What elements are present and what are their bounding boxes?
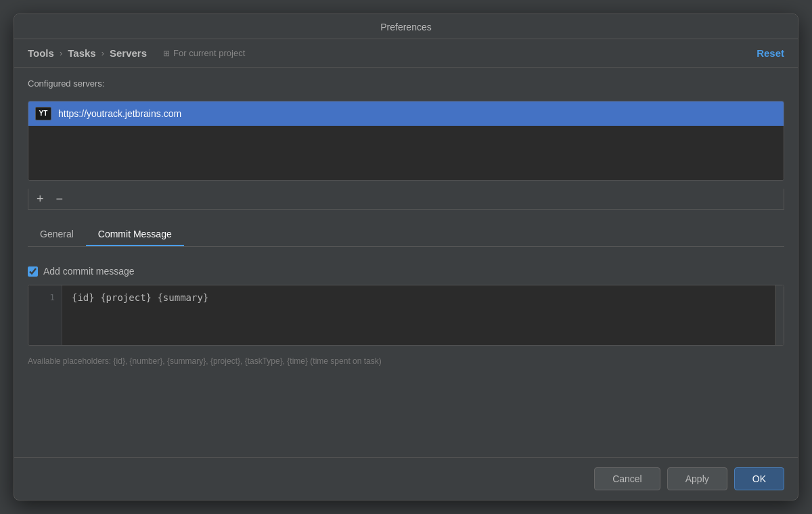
editor-scrollbar[interactable]	[775, 285, 784, 345]
project-icon: ⊞	[163, 49, 170, 58]
tab-commit-message[interactable]: Commit Message	[86, 223, 184, 246]
configured-servers-label: Configured servers:	[28, 78, 784, 89]
yt-badge: YT	[35, 107, 51, 120]
project-scope: ⊞ For current project	[163, 48, 245, 58]
breadcrumb-tasks[interactable]: Tasks	[68, 47, 95, 59]
dialog-footer: Cancel Apply OK	[14, 457, 798, 500]
preferences-dialog: Preferences Tools › Tasks › Servers ⊞ Fo…	[14, 14, 798, 500]
commit-message-editor[interactable]: 1 {id} {project} {summary}	[28, 285, 784, 346]
server-list: YT https://youtrack.jetbrains.com	[28, 101, 784, 181]
cancel-button[interactable]: Cancel	[594, 467, 660, 490]
server-list-empty-area	[28, 126, 784, 180]
add-commit-message-checkbox[interactable]	[28, 266, 38, 277]
tab-general[interactable]: General	[28, 223, 86, 246]
placeholders-hint: Available placeholders: {id}, {number}, …	[28, 356, 784, 366]
tab-content-commit-message: Add commit message 1 {id} {project} {sum…	[28, 255, 784, 371]
server-url: https://youtrack.jetbrains.com	[58, 108, 181, 119]
add-server-button[interactable]: +	[35, 193, 45, 205]
line-number-1: 1	[35, 292, 55, 302]
breadcrumb-sep-2: ›	[102, 48, 104, 58]
breadcrumb-sep-1: ›	[60, 48, 62, 58]
title-bar: Preferences	[14, 14, 798, 39]
server-item[interactable]: YT https://youtrack.jetbrains.com	[28, 101, 784, 126]
ok-button[interactable]: OK	[734, 467, 784, 490]
add-commit-message-label: Add commit message	[43, 266, 135, 277]
tabs-row: General Commit Message	[28, 223, 784, 247]
apply-button[interactable]: Apply	[667, 467, 727, 490]
add-commit-message-row: Add commit message	[28, 266, 784, 277]
reset-button[interactable]: Reset	[757, 47, 784, 59]
breadcrumb: Tools › Tasks › Servers ⊞ For current pr…	[14, 39, 798, 68]
list-actions: + −	[28, 189, 784, 210]
content-area: Configured servers: YT https://youtrack.…	[14, 68, 798, 457]
commit-template-code[interactable]: {id} {project} {summary}	[62, 285, 775, 345]
line-numbers: 1	[28, 285, 62, 345]
breadcrumb-servers[interactable]: Servers	[110, 47, 147, 59]
project-label: For current project	[173, 48, 245, 58]
remove-server-button[interactable]: −	[55, 193, 65, 205]
breadcrumb-tools[interactable]: Tools	[28, 47, 54, 59]
dialog-title: Preferences	[380, 22, 431, 32]
